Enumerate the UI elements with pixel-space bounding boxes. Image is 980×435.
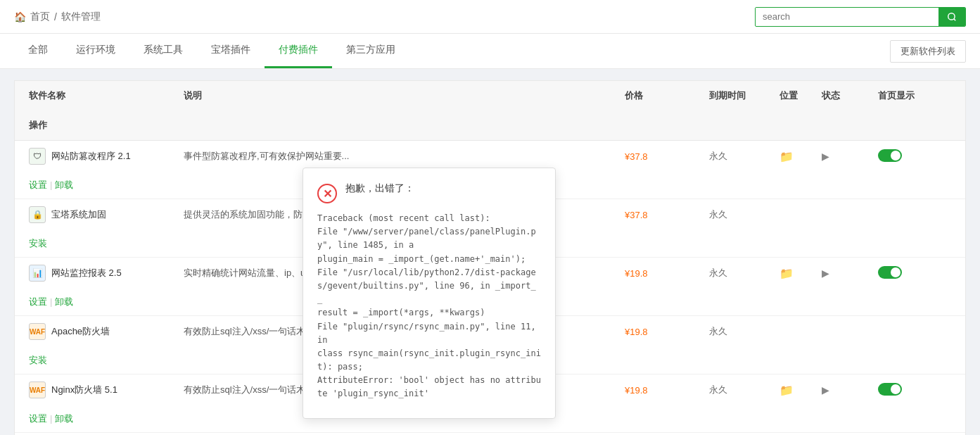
breadcrumb-separator: / [54,11,57,23]
breadcrumb-home[interactable]: 首页 [30,11,50,23]
col-action: 操作 [23,111,178,140]
main-content: 软件名称 说明 价格 到期时间 位置 状态 首页显示 操作 🛡 网站防篡改程序 … [0,69,980,435]
row1-expire: 永久 [704,143,774,170]
row5-price: ¥19.8 [619,378,704,403]
search-button[interactable] [938,8,965,26]
row3-expire: 永久 [704,260,774,286]
row3-action: 设置|卸载 [23,289,178,315]
search-icon [947,12,957,22]
header: 🏠 首页 / 软件管理 [0,0,980,34]
col-location: 位置 [774,81,816,111]
col-price: 价格 [619,81,704,111]
toggle-switch[interactable] [878,266,902,279]
row4-homepage [872,324,957,339]
row3-location[interactable]: 📁 [774,260,816,287]
row2-icon: 🔒 [29,206,46,223]
row4-icon: WAF [29,323,46,340]
play-icon[interactable]: ▶ [822,267,829,279]
row3-status[interactable]: ▶ [816,260,872,286]
breadcrumb: 🏠 首页 / 软件管理 [14,11,101,23]
row2-price: ¥37.8 [619,203,704,227]
row1-price: ¥37.8 [619,144,704,169]
table-header: 软件名称 说明 价格 到期时间 位置 状态 首页显示 操作 [15,81,965,141]
error-header: ✕ 抱歉，出错了： [317,182,541,203]
search-input[interactable] [756,8,938,25]
error-icon: ✕ [317,184,337,203]
install-btn[interactable]: 安装 [29,355,47,365]
row5-status[interactable]: ▶ [816,377,872,403]
col-spacer [375,81,619,111]
row3-name: 📊 网站监控报表 2.5 [23,258,178,289]
col-status: 状态 [816,81,872,111]
error-body: Traceback (most recent call last): File … [317,212,541,401]
tabs: 全部 运行环境 系统工具 宝塔插件 付费插件 第三方应用 [14,34,409,68]
row5-location[interactable]: 📁 [774,377,816,404]
row5-toggle[interactable] [872,376,957,405]
row4-location [774,324,816,339]
col-homepage: 首页显示 [872,81,957,111]
row4-name: WAF Apache防火墙 [23,316,178,347]
row2-location [774,208,816,222]
home-icon: 🏠 [14,11,26,23]
row5-icon: WAF [29,382,46,398]
row4-action: 安装 [23,347,178,374]
row4-price: ¥19.8 [619,320,704,344]
row3-icon: 📊 [29,265,46,282]
row3-price: ¥19.8 [619,261,704,286]
col-desc: 说明 [178,81,375,111]
tab-paid-plugin[interactable]: 付费插件 [265,34,332,68]
row1-action: 设置|卸载 [23,172,178,198]
row5-name: WAF Nginx防火墙 5.1 [23,374,178,405]
row2-status [816,208,872,222]
row2-action: 安装 [23,230,178,257]
row1-location[interactable]: 📁 [774,143,816,170]
tab-third-party[interactable]: 第三方应用 [332,34,409,68]
row1-icon: 🛡 [29,148,46,165]
row1-extra [375,149,619,163]
error-title: 抱歉，出错了： [345,182,414,195]
play-icon[interactable]: ▶ [822,384,829,396]
row1-status[interactable]: ▶ [816,144,872,169]
row1-toggle[interactable] [872,142,957,171]
row2-homepage [872,208,957,222]
row5-expire: 永久 [704,377,774,403]
tab-runtime[interactable]: 运行环境 [62,34,129,68]
col-expire: 到期时间 [704,81,774,111]
row1-desc: 事件型防篡改程序,可有效保护网站重要... [178,143,375,170]
tab-all[interactable]: 全部 [14,34,62,68]
row5-action: 设置|卸载 [23,405,178,432]
svg-point-0 [948,13,955,19]
row4-status [816,324,872,339]
breadcrumb-current: 软件管理 [61,11,101,23]
tab-bt-plugin[interactable]: 宝塔插件 [197,34,265,68]
search-box [755,7,966,27]
row3-toggle[interactable] [872,259,957,288]
row1-name: 🛡 网站防篡改程序 2.1 [23,141,178,172]
row2-expire: 永久 [704,201,774,228]
play-icon[interactable]: ▶ [822,151,829,162]
folder-icon[interactable]: 📁 [779,267,794,279]
refresh-software-button[interactable]: 更新软件列表 [890,40,966,63]
toggle-switch[interactable] [878,383,902,396]
row2-name: 🔒 宝塔系统加固 [23,199,178,230]
error-popup: ✕ 抱歉，出错了： Traceback (most recent call la… [303,168,556,419]
toggle-switch[interactable] [878,149,902,162]
row1-action-links: 设置|卸载 [29,179,73,190]
folder-icon[interactable]: 📁 [779,151,794,163]
folder-icon[interactable]: 📁 [779,384,794,396]
tab-system-tools[interactable]: 系统工具 [129,34,197,68]
install-btn[interactable]: 安装 [29,238,47,248]
row4-expire: 永久 [704,318,774,345]
tabs-bar: 全部 运行环境 系统工具 宝塔插件 付费插件 第三方应用 更新软件列表 [0,34,980,69]
col-name: 软件名称 [23,81,178,111]
